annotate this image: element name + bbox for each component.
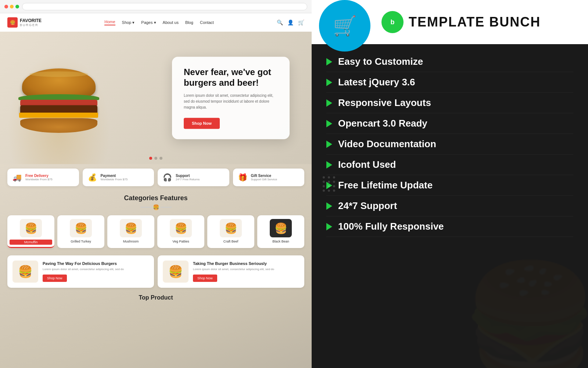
- category-mcmuffin-label: Mcmuffin: [10, 240, 52, 245]
- nav-about[interactable]: About us: [163, 20, 179, 25]
- category-veg-label: Veg Patties: [159, 240, 202, 243]
- feature-text-9: 100% Fully Responsive: [338, 221, 444, 232]
- website-nav: 🍔 FAVORITE BURGER Home Shop ▾ Pages ▾ Ab…: [0, 13, 312, 32]
- logo-icon: 🍔: [7, 17, 18, 28]
- categories-section: Categories Features 🍔 🍔 Mcmuffin 🍔 Grill…: [0, 191, 312, 252]
- arrow-icon-6: [326, 161, 332, 169]
- category-mcmuffin[interactable]: 🍔 Mcmuffin: [7, 215, 54, 248]
- hero-dot-1[interactable]: [149, 157, 152, 160]
- promo-card-2: 🍔 Taking The Burger Business Seriously L…: [158, 255, 304, 288]
- nav-contact[interactable]: Contact: [200, 20, 214, 25]
- top-product-title: Top Product: [7, 294, 304, 301]
- cart-icon[interactable]: 🛒: [298, 20, 304, 25]
- tb-logo-svg: b: [386, 15, 399, 29]
- hero-description: Lorem ipsum dolor sit amet, consectetur …: [184, 93, 278, 110]
- dot-1: [323, 176, 325, 178]
- hero-card: Never fear, we've got burgers and beer! …: [172, 57, 290, 139]
- hero-title: Never fear, we've got burgers and beer!: [184, 67, 278, 88]
- background-sketch: 🍔: [462, 265, 588, 368]
- dot-11: [328, 190, 330, 192]
- nav-shop[interactable]: Shop ▾: [122, 20, 135, 25]
- category-grilled-turkey[interactable]: 🍔 Grilled Turkey: [57, 215, 104, 248]
- template-bunch-panel: 🛒 b TEMPLATE BUNCH Easy to: [312, 0, 588, 368]
- category-black-label: Black Bean: [259, 240, 302, 243]
- tb-logo-icon: b: [381, 11, 404, 33]
- dot-8: [328, 185, 330, 187]
- shopping-cart-icon: 🛒: [333, 15, 357, 37]
- hero-shop-now-button[interactable]: Shop Now: [184, 118, 220, 129]
- dot-4: [323, 181, 325, 183]
- dot-10: [323, 190, 325, 192]
- gift-title: Gift Service: [251, 174, 277, 178]
- support-title: Support: [176, 174, 200, 178]
- burger-bun-top: [22, 68, 96, 98]
- nav-blog[interactable]: Blog: [185, 20, 193, 25]
- category-mushroom[interactable]: 🍔 Mushroom: [107, 215, 154, 248]
- promo-content-2: Taking The Burger Business Seriously Lor…: [193, 261, 274, 282]
- search-icon[interactable]: 🔍: [277, 20, 283, 25]
- burger-bun-bottom: [20, 118, 97, 133]
- arrow-icon-8: [326, 202, 332, 210]
- category-black-bean[interactable]: 🍔 Black Bean: [257, 215, 304, 248]
- feature-item-1: Easy to Customize: [326, 52, 573, 72]
- service-gift: 🎁 Gift Service Support Gift Service: [233, 169, 305, 186]
- user-icon[interactable]: 👤: [287, 20, 294, 25]
- delivery-title: Free Delivery: [25, 174, 53, 178]
- promo-title-2: Taking The Burger Business Seriously: [193, 261, 274, 266]
- service-payment-text: Payment Worldwide From $75: [101, 174, 128, 181]
- nav-home[interactable]: Home: [104, 20, 115, 25]
- promo-img-2: 🍔: [163, 261, 189, 283]
- hero-burger-image: [7, 54, 110, 164]
- minimize-dot: [10, 5, 14, 8]
- promo-shop-button-1[interactable]: Shop Now: [43, 275, 67, 282]
- dot-12: [333, 190, 335, 192]
- support-icon: 🎧: [163, 173, 172, 182]
- category-black-img: 🍔: [270, 219, 292, 237]
- site-logo: 🍔 FAVORITE BURGER: [7, 17, 42, 28]
- category-craft-img: 🍔: [220, 219, 242, 237]
- service-payment: 💰 Payment Worldwide From $75: [83, 169, 154, 186]
- promo-shop-button-2[interactable]: Shop Now: [193, 275, 217, 282]
- promo-title-1: Paving The Way For Delicious Burgers: [43, 261, 124, 266]
- promo-desc-1: Lorem ipsum dolor sit amet, consectetur …: [43, 267, 124, 271]
- hero-dot-3[interactable]: [159, 157, 162, 160]
- hero-dot-2[interactable]: [154, 157, 157, 160]
- feature-text-7: Free Lifetime Update: [338, 180, 433, 191]
- website-preview-panel: 🍔 FAVORITE BURGER Home Shop ▾ Pages ▾ Ab…: [0, 0, 312, 368]
- logo-name: FAVORITE: [20, 18, 42, 23]
- promo-section: 🍔 Paving The Way For Delicious Burgers L…: [0, 252, 312, 291]
- category-turkey-img: 🍔: [70, 219, 92, 237]
- category-grid: 🍔 Mcmuffin 🍔 Grilled Turkey 🍔 Mushroom 🍔…: [7, 215, 304, 248]
- arrow-icon-5: [326, 141, 332, 148]
- burger-illustration: [15, 68, 103, 164]
- delivery-subtitle: Worldwide From $75: [25, 178, 53, 181]
- category-mushroom-img: 🍔: [120, 219, 142, 237]
- nav-icon-group: 🔍 👤 🛒: [277, 20, 304, 25]
- top-product-section: Top Product: [0, 291, 312, 304]
- arrow-icon-1: [326, 58, 332, 66]
- category-craft-beef[interactable]: 🍔 Craft Beef: [207, 215, 254, 248]
- category-veg-patties[interactable]: 🍔 Veg Patties: [157, 215, 204, 248]
- category-mushroom-label: Mushroom: [110, 240, 152, 243]
- logo-letter: b: [391, 18, 395, 26]
- divider-left: [140, 207, 151, 208]
- browser-chrome: [0, 0, 312, 13]
- dot-3: [333, 176, 335, 178]
- features-list: Easy to Customize Latest jQuery 3.6 Resp…: [312, 44, 588, 244]
- payment-subtitle: Worldwide From $75: [101, 178, 128, 181]
- service-bar: 🚚 Free Delivery Worldwide From $75 💰 Pay…: [0, 164, 312, 191]
- template-bunch-header: 🛒 b TEMPLATE BUNCH: [312, 0, 588, 44]
- arrow-icon-4: [326, 120, 332, 127]
- categories-title: Categories Features: [7, 194, 304, 202]
- nav-pages[interactable]: Pages ▾: [141, 20, 156, 25]
- delivery-icon: 🚚: [12, 173, 22, 182]
- dots-decoration: [323, 176, 336, 192]
- logo-text-wrap: FAVORITE BURGER: [20, 18, 42, 27]
- service-delivery-text: Free Delivery Worldwide From $75: [25, 174, 53, 181]
- category-veg-img: 🍔: [170, 219, 192, 237]
- payment-title: Payment: [101, 174, 128, 178]
- category-craft-label: Craft Beef: [209, 240, 252, 243]
- payment-icon: 💰: [88, 173, 97, 182]
- dot-9: [333, 185, 335, 187]
- feature-item-9: 100% Fully Responsive: [326, 216, 573, 237]
